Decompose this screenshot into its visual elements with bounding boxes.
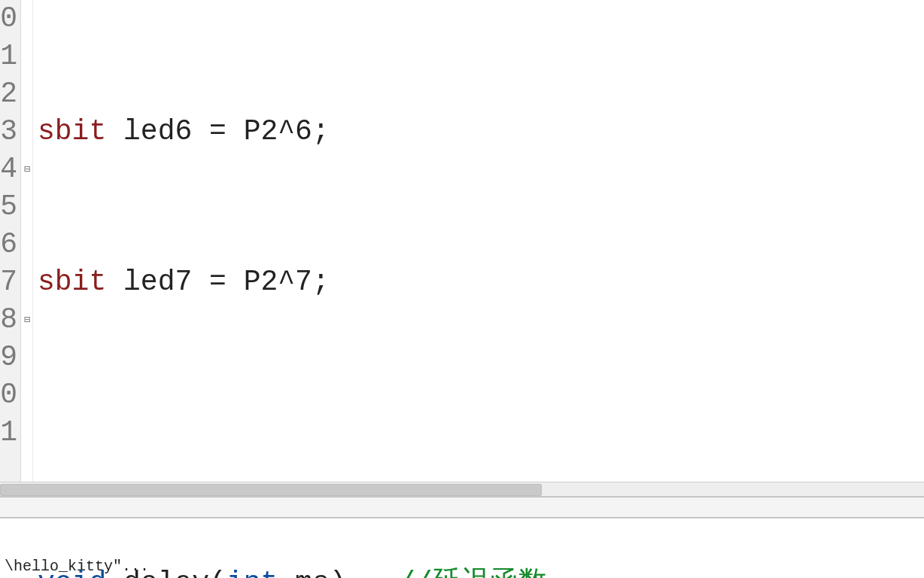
line-number: 0 <box>0 376 20 414</box>
line-number: 8 <box>0 301 20 339</box>
fold-column: ⊟ ⊟ <box>21 0 33 482</box>
line-number: 0 <box>0 0 20 38</box>
code-area[interactable]: sbit led6 = P2^6; sbit led7 = P2^7; void… <box>33 0 924 482</box>
line-number: 9 <box>0 339 20 376</box>
code-line[interactable]: sbit led6 = P2^6; <box>33 113 924 151</box>
fold-toggle-icon[interactable]: ⊟ <box>22 301 32 339</box>
identifier: led7 <box>123 266 192 298</box>
horizontal-scrollbar[interactable] <box>0 482 924 497</box>
keyword-sbit: sbit <box>38 266 106 298</box>
line-number: 6 <box>0 226 20 263</box>
code-line[interactable]: void delay(int ms) //延迟函数 <box>33 564 924 578</box>
keyword-int: int <box>226 567 278 578</box>
line-number: 3 <box>0 113 20 151</box>
code-editor[interactable]: 0 1 2 3 4 5 6 7 8 9 0 1 ⊟ ⊟ sbit led6 = … <box>0 0 924 482</box>
register-ref: P2^7 <box>244 266 312 298</box>
line-number: 2 <box>0 75 20 113</box>
keyword-void: void <box>38 567 106 578</box>
keyword-sbit: sbit <box>38 115 106 148</box>
line-number: 7 <box>0 263 20 301</box>
line-number: 4 <box>0 151 20 188</box>
horizontal-scrollbar-thumb[interactable] <box>0 484 542 496</box>
comment: //延迟函数 <box>398 567 547 578</box>
line-number: 1 <box>0 38 20 75</box>
code-line[interactable]: sbit led7 = P2^7; <box>33 263 924 301</box>
code-line[interactable] <box>33 414 924 452</box>
fold-toggle-icon[interactable]: ⊟ <box>22 151 32 188</box>
line-number: 5 <box>0 188 20 226</box>
line-number-gutter: 0 1 2 3 4 5 6 7 8 9 0 1 <box>0 0 21 482</box>
line-number: 1 <box>0 414 20 452</box>
function-name: delay <box>123 567 209 578</box>
identifier: led6 <box>123 115 192 148</box>
param-name: ms <box>295 567 330 578</box>
register-ref: P2^6 <box>244 115 312 148</box>
